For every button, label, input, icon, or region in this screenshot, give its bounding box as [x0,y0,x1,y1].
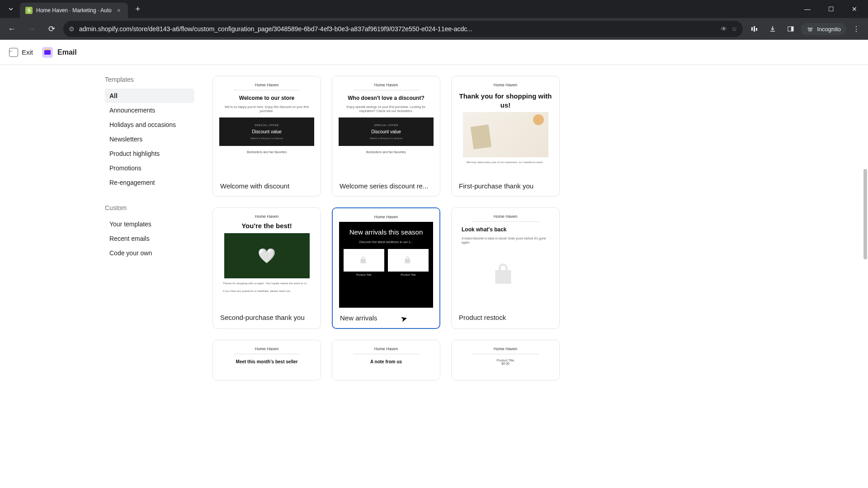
template-preview: Home Haven Who doesn't love a discount? … [332,76,440,176]
template-title: First-purchase thank you [452,176,559,196]
product-placeholder-icon [344,249,384,272]
template-title: New arrivals [333,308,439,328]
sidebar-item-holidays-and-occasions[interactable]: Holidays and occasions [105,117,194,132]
incognito-icon [806,26,814,32]
scrollbar-thumb[interactable] [863,169,867,259]
forward-button[interactable]: → [24,21,40,37]
template-card-new-arrivals[interactable]: Home Haven New arrivals this season Disc… [332,207,440,329]
template-title: Second-purchase thank you [213,307,321,328]
exit-button[interactable]: Exit [9,48,33,57]
sidebar-item-re-engagement[interactable]: Re-engagement [105,175,194,190]
url-text: admin.shopify.com/store/de8143-a6/flow/c… [79,25,716,33]
template-categories: AllAnnouncementsHolidays and occasionsNe… [105,89,194,190]
templates-heading: Templates [105,76,194,83]
svg-rect-0 [751,27,753,31]
template-title: Welcome with discount [213,176,321,196]
thankyou-image [463,112,548,157]
template-preview: Home Haven Product Title $0.00 [452,340,559,380]
template-preview: Home Haven Thank you for shopping with u… [452,76,559,176]
minimize-button[interactable]: — [797,2,817,16]
side-panel-icon[interactable] [783,21,799,37]
media-control-icon[interactable] [746,21,763,37]
incognito-badge[interactable]: Incognito [801,23,846,35]
bookmark-icon[interactable]: ☆ [731,25,737,33]
content: Templates AllAnnouncementsHolidays and o… [0,65,868,488]
sidebar-item-code-your-own[interactable]: Code your own [105,246,194,260]
sidebar: Templates AllAnnouncementsHolidays and o… [90,76,194,488]
sidebar-item-your-templates[interactable]: Your templates [105,217,194,231]
svg-rect-2 [756,28,757,31]
new-tab-button[interactable]: + [132,3,144,15]
svg-rect-4 [791,27,793,31]
template-card-product-feature[interactable]: Home Haven Product Title $0.00 [451,340,560,380]
tab-title: Home Haven · Marketing · Auto [36,7,112,14]
template-preview: Home Haven Meet this month's best seller [213,340,321,380]
downloads-icon[interactable] [764,21,781,37]
template-card-welcome-series[interactable]: Home Haven Who doesn't love a discount? … [332,76,440,197]
menu-icon[interactable]: ⋮ [848,21,864,37]
product-placeholder-icon [388,249,429,272]
shopify-favicon-icon: S [25,7,33,14]
svg-rect-1 [754,26,755,32]
sidebar-item-product-highlights[interactable]: Product highlights [105,146,194,161]
template-preview: Home Haven New arrivals this season Disc… [333,208,439,308]
bag-placeholder-icon [492,249,519,301]
chevron-down-icon [8,6,14,12]
tab-search-button[interactable] [4,2,18,16]
app-badge: Email [42,47,77,58]
template-preview: Home Haven You're the best! Thanks for s… [213,208,321,307]
template-card-best-seller[interactable]: Home Haven Meet this month's best seller [212,340,321,380]
close-icon[interactable]: × [115,7,123,14]
browser-tab[interactable]: S Home Haven · Marketing · Auto × [20,3,128,18]
window-controls: — ☐ ✕ [797,2,864,16]
app-name: Email [57,48,77,56]
eye-blocked-icon[interactable]: 👁 [721,25,727,33]
reload-button[interactable]: ⟳ [43,21,60,37]
template-card-welcome-discount[interactable]: Home Haven Welcome to our store We're so… [212,76,321,197]
browser-toolbar: ← → ⟳ ⚙ admin.shopify.com/store/de8143-a… [0,18,868,40]
site-settings-icon[interactable]: ⚙ [69,25,75,33]
custom-heading: Custom [105,204,194,211]
exit-icon [9,48,18,57]
maximize-button[interactable]: ☐ [821,2,841,16]
close-window-button[interactable]: ✕ [844,2,864,16]
template-card-first-purchase[interactable]: Home Haven Thank you for shopping with u… [451,76,560,197]
template-preview: Home Haven Welcome to our store We're so… [213,76,321,176]
heart-image [224,233,310,278]
tab-strip: S Home Haven · Marketing · Auto × + — ☐ … [0,0,868,18]
sidebar-item-promotions[interactable]: Promotions [105,161,194,175]
back-button[interactable]: ← [4,21,20,37]
custom-items: Your templatesRecent emailsCode your own [105,217,194,260]
email-app-icon [42,47,53,58]
browser-chrome: S Home Haven · Marketing · Auto × + — ☐ … [0,0,868,40]
address-bar[interactable]: ⚙ admin.shopify.com/store/de8143-a6/flow… [63,21,743,37]
sidebar-item-newsletters[interactable]: Newsletters [105,132,194,146]
template-title: Product restock [452,307,559,328]
sidebar-item-announcements[interactable]: Announcements [105,103,194,117]
template-preview: Home Haven A note from us [332,340,440,380]
template-title: Welcome series discount re... [332,176,440,196]
templates-grid: Home Haven Welcome to our store We're so… [194,76,868,488]
template-card-product-restock[interactable]: Home Haven Look what's back A brand favo… [451,207,560,329]
sidebar-item-recent-emails[interactable]: Recent emails [105,231,194,246]
sidebar-item-all[interactable]: All [105,89,194,103]
app-header: Exit Email [0,40,868,65]
template-card-note-from-us[interactable]: Home Haven A note from us [332,340,440,380]
template-preview: Home Haven Look what's back A brand favo… [452,208,559,307]
template-card-second-purchase[interactable]: Home Haven You're the best! Thanks for s… [212,207,321,329]
